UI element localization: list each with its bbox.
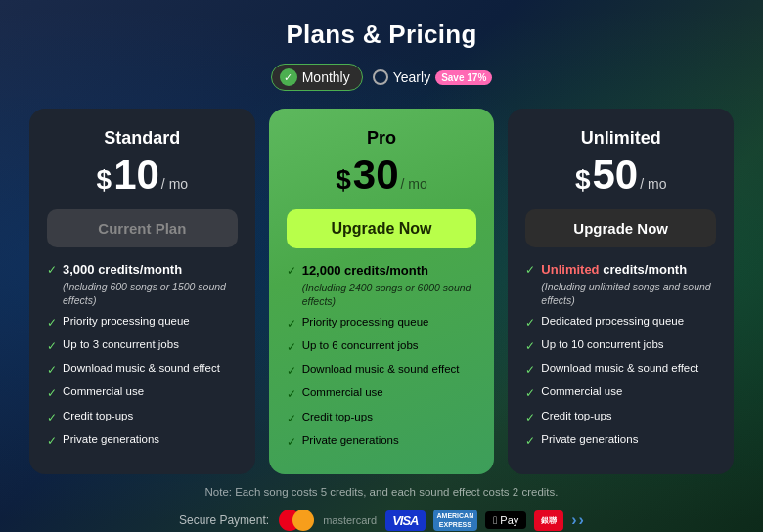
amex-logo: AMERICANEXPRESS <box>433 510 478 531</box>
diners-icon: › › <box>571 510 584 531</box>
feature-item: ✓Commercial use <box>287 385 477 402</box>
feature-item: ✓Dedicated processing queue <box>525 314 716 331</box>
feature-item: ✓Up to 6 concurrent jobs <box>287 338 477 355</box>
features-list-pro: ✓ 12,000 credits/month (Including 2400 s… <box>287 262 477 450</box>
credits-sub-pro: (Including 2400 songs or 6000 sound effe… <box>302 281 477 308</box>
credits-main-standard: 3,000 credits/month <box>63 261 238 279</box>
radio-circle-icon <box>373 69 388 85</box>
mastercard-logo <box>279 510 314 531</box>
feature-item: ✓Private generations <box>287 433 477 450</box>
amex-icon: AMERICANEXPRESS <box>433 510 478 531</box>
plan-card-pro: Pro $ 30 / mo Upgrade Now ✓ 12,000 credi… <box>269 109 495 474</box>
payment-row: Secure Payment: mastercard VISA AMERICAN… <box>29 510 734 531</box>
upgrade-unlimited-button[interactable]: Upgrade Now <box>525 209 716 247</box>
plan-name-standard: Standard <box>47 128 238 149</box>
feature-item: ✓Priority processing queue <box>287 315 477 332</box>
credits-sub-unlimited: (Including unlimited songs and sound eff… <box>541 280 716 307</box>
feature-item: ✓Credit top-ups <box>287 410 477 426</box>
feature-item: ✓Download music & sound effect <box>47 361 238 377</box>
feature-item: ✓Commercial use <box>525 384 716 401</box>
price-period-standard: / mo <box>161 176 188 192</box>
check-icon: ✓ <box>287 263 296 279</box>
features-list-standard: ✓ 3,000 credits/month (Including 600 son… <box>47 261 238 449</box>
credits-sub-standard: (Including 600 songs or 1500 sound effec… <box>63 280 238 307</box>
feature-item: ✓Private generations <box>47 432 238 449</box>
check-circle-icon: ✓ <box>280 68 297 86</box>
applepay-logo:  Pay <box>485 511 526 529</box>
check-icon: ✓ <box>47 410 57 425</box>
applepay-icon:  Pay <box>485 510 526 531</box>
page-title: Plans & Pricing <box>29 20 734 50</box>
check-icon: ✓ <box>47 362 57 377</box>
mc-yellow-circle <box>292 510 314 531</box>
check-icon: ✓ <box>525 338 535 354</box>
plan-price-unlimited: $ 50 / mo <box>525 155 716 196</box>
page-container: Plans & Pricing ✓ Monthly Yearly Save 17… <box>0 0 763 532</box>
price-currency-unlimited: $ <box>575 164 591 196</box>
check-icon: ✓ <box>525 315 535 331</box>
feature-item: ✓Credit top-ups <box>525 409 716 425</box>
feature-item: ✓Up to 3 concurrent jobs <box>47 337 238 354</box>
check-icon: ✓ <box>47 315 57 331</box>
check-icon: ✓ <box>287 316 296 332</box>
price-amount-standard: 10 <box>113 155 159 196</box>
monthly-label: Monthly <box>302 69 350 85</box>
check-icon: ✓ <box>525 410 535 425</box>
plan-price-pro: $ 30 / mo <box>287 155 477 196</box>
unionpay-logo: 銀聯 <box>534 510 563 531</box>
price-amount-unlimited: 50 <box>592 155 638 196</box>
unionpay-icon: 銀聯 <box>534 510 563 531</box>
price-currency-standard: $ <box>97 164 112 196</box>
features-list-unlimited: ✓ Unlimited credits/month (Including unl… <box>525 261 716 449</box>
note-text: Note: Each song costs 5 credits, and eac… <box>29 486 734 498</box>
check-icon: ✓ <box>287 339 296 355</box>
credits-item-standard: ✓ 3,000 credits/month (Including 600 son… <box>47 261 238 307</box>
price-period-pro: / mo <box>401 176 427 192</box>
credits-item-pro: ✓ 12,000 credits/month (Including 2400 s… <box>287 262 477 308</box>
mc-label: mastercard <box>323 514 377 526</box>
feature-item: ✓Commercial use <box>47 384 238 401</box>
feature-item: ✓Download music & sound effect <box>287 362 477 378</box>
monthly-toggle[interactable]: ✓ Monthly <box>271 64 363 91</box>
plan-price-standard: $ 10 / mo <box>47 155 238 196</box>
check-icon: ✓ <box>525 385 535 401</box>
visa-icon: VISA <box>385 510 425 531</box>
yearly-toggle[interactable]: Yearly Save 17% <box>373 69 493 85</box>
mastercard-icon <box>279 510 314 531</box>
check-icon: ✓ <box>47 262 57 278</box>
check-icon: ✓ <box>525 362 535 377</box>
check-icon: ✓ <box>287 386 296 402</box>
plan-card-standard: Standard $ 10 / mo Current Plan ✓ 3,000 … <box>29 109 255 474</box>
plans-grid: Standard $ 10 / mo Current Plan ✓ 3,000 … <box>29 109 734 474</box>
price-period-unlimited: / mo <box>640 176 666 192</box>
upgrade-pro-button[interactable]: Upgrade Now <box>287 209 477 248</box>
check-icon: ✓ <box>287 434 296 450</box>
check-icon: ✓ <box>287 363 296 378</box>
feature-item: ✓Priority processing queue <box>47 314 238 331</box>
plan-name-pro: Pro <box>287 128 477 149</box>
feature-item: ✓Credit top-ups <box>47 409 238 425</box>
plan-name-unlimited: Unlimited <box>525 128 716 149</box>
check-icon: ✓ <box>525 433 535 449</box>
payment-icons: mastercard VISA AMERICANEXPRESS  Pay 銀聯… <box>279 510 584 531</box>
check-icon: ✓ <box>287 411 296 426</box>
unlimited-highlight: Unlimited <box>541 262 599 277</box>
price-currency-pro: $ <box>336 164 351 196</box>
credits-main-pro: 12,000 credits/month <box>302 262 477 280</box>
feature-item: ✓Private generations <box>525 432 716 449</box>
billing-toggle: ✓ Monthly Yearly Save 17% <box>29 64 734 91</box>
check-icon: ✓ <box>47 385 57 401</box>
check-icon: ✓ <box>47 433 57 449</box>
credits-main-unlimited: Unlimited credits/month <box>541 261 716 279</box>
visa-logo: VISA <box>385 510 425 531</box>
save-badge: Save 17% <box>435 70 492 85</box>
diners-chevron-left: › <box>571 511 576 529</box>
feature-item: ✓Download music & sound effect <box>525 361 716 377</box>
feature-item: ✓Up to 10 concurrent jobs <box>525 337 716 354</box>
credits-item-unlimited: ✓ Unlimited credits/month (Including unl… <box>525 261 716 307</box>
diners-chevron-right: › <box>579 511 584 529</box>
current-plan-button: Current Plan <box>47 209 238 247</box>
plan-card-unlimited: Unlimited $ 50 / mo Upgrade Now ✓ Unlimi… <box>508 109 734 474</box>
payment-label: Secure Payment: <box>179 513 269 527</box>
check-icon: ✓ <box>47 338 57 354</box>
